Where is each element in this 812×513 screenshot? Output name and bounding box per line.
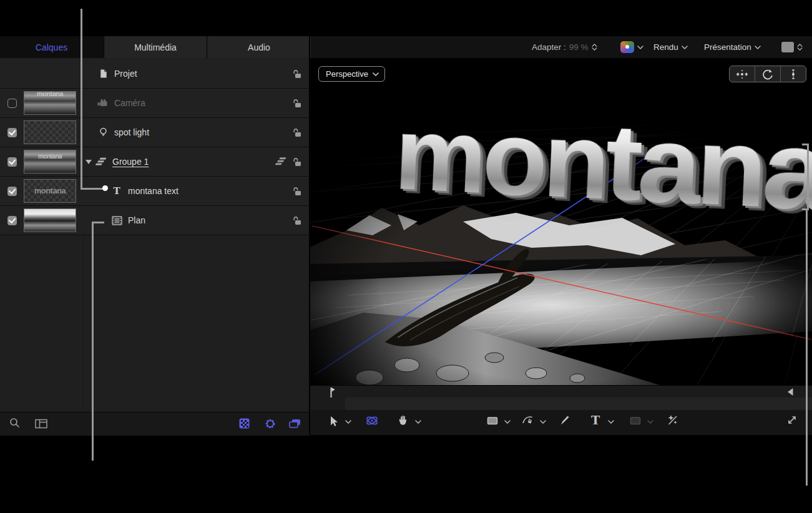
- pan-zoom-hand-tool[interactable]: [398, 414, 408, 426]
- zoom-stepper-icon[interactable]: [592, 44, 597, 51]
- rectangle-icon: [487, 416, 498, 426]
- callout-line-plan-vertical: [92, 222, 94, 461]
- layer-name[interactable]: montana text: [128, 186, 179, 196]
- chevron-down-icon: [345, 420, 351, 424]
- layer-name[interactable]: Projet: [114, 69, 137, 79]
- dolly-view-button[interactable]: [780, 66, 806, 82]
- mini-timeline[interactable]: [310, 398, 812, 411]
- layers-view-icon[interactable]: [289, 419, 301, 431]
- orbit-view-button[interactable]: [755, 66, 780, 82]
- lock-open-icon[interactable]: [292, 99, 302, 110]
- gear-icon[interactable]: [265, 418, 276, 432]
- mask-rectangle-tool[interactable]: [630, 416, 641, 426]
- lock-open-icon[interactable]: [292, 128, 302, 139]
- canvas-3d-view[interactable]: montana montana montana Perspective: [310, 58, 812, 385]
- bezier-pen-tool[interactable]: [522, 415, 533, 426]
- visibility-checkbox[interactable]: [7, 128, 17, 137]
- pen-tool-menu[interactable]: [540, 420, 546, 424]
- expand-view-button[interactable]: [786, 414, 798, 426]
- select-transform-tool[interactable]: [329, 416, 339, 427]
- layers-badge-icon: [275, 157, 286, 168]
- new-group-icon[interactable]: [35, 419, 47, 431]
- visibility-checkbox[interactable]: [7, 99, 17, 108]
- lock-open-icon[interactable]: [292, 69, 302, 81]
- visibility-checkbox[interactable]: [7, 187, 17, 196]
- pan-view-button[interactable]: [730, 66, 755, 82]
- layer-thumbnail[interactable]: montana: [24, 150, 76, 173]
- window-layout-control[interactable]: [781, 36, 803, 58]
- adjust-item-tool[interactable]: [667, 414, 678, 426]
- disclosure-triangle-icon[interactable]: [86, 160, 92, 164]
- chevron-down-icon: [504, 420, 511, 424]
- callout-dot-text-layer: [102, 185, 108, 191]
- light-icon: [97, 127, 109, 137]
- layer-row-spot-light[interactable]: spot light: [0, 118, 310, 147]
- tab-calques-label: Calques: [36, 42, 67, 52]
- layer-thumbnail[interactable]: [24, 120, 76, 144]
- zoom-control[interactable]: Adapter : 99 %: [532, 36, 597, 58]
- render-menu-label: Rendu: [653, 42, 678, 52]
- lock-open-icon[interactable]: [292, 157, 302, 169]
- view-tools-segmented-control: [729, 66, 806, 82]
- orbit-3d-icon: [365, 414, 379, 427]
- zoom-value: 99 %: [569, 42, 589, 52]
- timeline-scrubber[interactable]: [310, 385, 812, 399]
- layer-row-projet[interactable]: Projet: [0, 59, 310, 89]
- shape-tool-menu[interactable]: [504, 420, 511, 424]
- callout-line-text-layer-horizontal: [81, 188, 104, 190]
- callout-bracket-side: [807, 144, 809, 210]
- view-menu[interactable]: Présentation: [704, 36, 761, 58]
- camera-menu-label: Perspective: [326, 69, 368, 79]
- visibility-checkbox[interactable]: [7, 157, 17, 167]
- layer-row-plan[interactable]: Plan: [0, 206, 310, 235]
- tab-multimedia[interactable]: Multimédia: [104, 36, 207, 58]
- layers-footer-bar: [0, 412, 310, 436]
- layer-row-groupe-1[interactable]: montana Groupe 1: [0, 147, 310, 177]
- layer-row-camera[interactable]: montana Caméra: [0, 89, 310, 118]
- chevron-down-icon: [647, 420, 653, 424]
- tab-audio-label: Audio: [248, 42, 270, 52]
- expand-arrows-icon: [786, 414, 798, 426]
- mask-tool-menu[interactable]: [647, 420, 653, 424]
- zoom-label: Adapter :: [532, 42, 566, 52]
- checkerboard-icon[interactable]: [239, 418, 250, 431]
- visibility-checkbox[interactable]: [7, 216, 17, 225]
- callout-bracket-leader: [806, 210, 808, 486]
- layer-thumbnail[interactable]: montana: [24, 179, 76, 203]
- hand-icon: [398, 414, 408, 426]
- chevron-down-icon: [540, 420, 546, 424]
- lock-open-icon[interactable]: [292, 216, 302, 227]
- thumbnail-photo: [24, 209, 76, 232]
- layout-stepper-icon: [797, 44, 803, 51]
- brush-icon: [560, 414, 570, 426]
- dolly-view-icon: [789, 69, 798, 80]
- search-icon[interactable]: [9, 418, 20, 431]
- layer-name[interactable]: Groupe 1: [112, 157, 149, 167]
- shape-rectangle-tool[interactable]: [487, 416, 498, 426]
- layer-row-montana-text[interactable]: montana T montana text: [0, 177, 310, 206]
- layer-name[interactable]: spot light: [114, 127, 149, 137]
- chevron-down-icon: [608, 420, 614, 424]
- text-tool[interactable]: T: [591, 414, 600, 426]
- transform-3d-tool[interactable]: [365, 414, 379, 427]
- render-menu[interactable]: Rendu: [653, 36, 688, 58]
- paint-stroke-tool[interactable]: [560, 414, 570, 426]
- camera-icon: [97, 98, 109, 108]
- layer-name[interactable]: Plan: [128, 215, 145, 225]
- channels-menu[interactable]: [620, 36, 643, 58]
- text-tool-menu[interactable]: [608, 420, 614, 424]
- select-tool-menu[interactable]: [345, 420, 351, 424]
- film-icon: [111, 216, 122, 225]
- tab-calques[interactable]: Calques: [0, 36, 103, 58]
- chevron-down-icon: [373, 72, 379, 76]
- hand-tool-menu[interactable]: [415, 420, 421, 424]
- camera-menu-button[interactable]: Perspective: [318, 66, 385, 82]
- layer-thumbnail[interactable]: [24, 208, 76, 232]
- text-tool-glyph: T: [591, 414, 600, 426]
- pan-view-icon: [735, 69, 749, 79]
- tab-audio[interactable]: Audio: [207, 36, 311, 58]
- top-bar: Calques Multimédia Audio Adapter : 99 % …: [0, 36, 812, 59]
- layer-name[interactable]: Caméra: [114, 98, 145, 108]
- lock-open-icon[interactable]: [292, 187, 302, 198]
- layer-thumbnail[interactable]: montana: [24, 91, 76, 115]
